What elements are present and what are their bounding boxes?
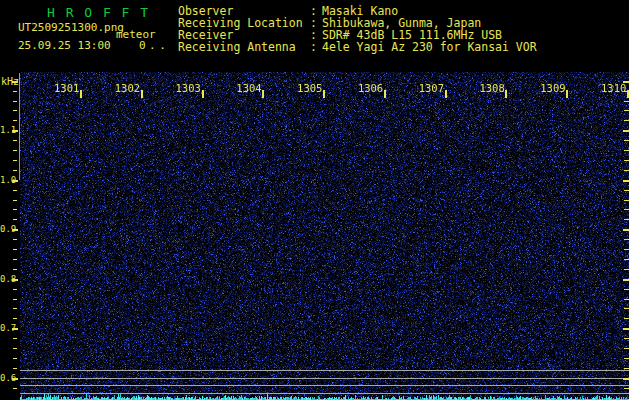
freq-tick-mark-left	[13, 160, 17, 161]
freq-tick-mark-left	[13, 388, 17, 389]
freq-tick-mark-left	[13, 299, 17, 300]
freq-tick-mark-left	[13, 348, 17, 349]
freq-tick-mark-right	[624, 150, 629, 151]
freq-tick-mark-right	[624, 269, 629, 270]
info-value: 4ele Yagi Az 230 for Kansai VOR	[322, 41, 537, 53]
time-tick-label: 1307	[419, 82, 444, 94]
freq-tick-mark-left	[13, 249, 17, 250]
meteor-mode-label: meteor	[116, 28, 156, 41]
time-tick-mark	[202, 90, 204, 98]
freq-tick-mark-left	[13, 209, 17, 210]
freq-tick-mark-right	[624, 289, 629, 290]
freq-tick-mark-right	[624, 368, 629, 369]
freq-tick-mark-right	[624, 338, 629, 339]
freq-tick-mark-left	[13, 140, 17, 141]
freq-tick-mark-left	[13, 170, 17, 171]
freq-tick-mark-right	[624, 219, 629, 220]
freq-tick-mark-right	[623, 378, 629, 380]
freq-tick-mark-right	[624, 140, 629, 141]
freq-tick-mark-left	[13, 190, 17, 191]
time-tick-mark	[262, 90, 264, 98]
time-tick-label: 1303	[176, 82, 201, 94]
freq-tick-mark-left	[13, 308, 17, 309]
info-colon: :	[310, 41, 322, 53]
freq-tick-mark-right	[624, 318, 629, 319]
freq-tick-mark-left	[12, 328, 18, 330]
time-tick-label: 1302	[115, 82, 140, 94]
freq-tick-mark-right	[624, 101, 629, 102]
freq-tick-mark-left	[12, 81, 18, 83]
freq-tick-mark-right	[624, 388, 629, 389]
time-tick-mark	[323, 90, 325, 98]
freq-tick-mark-left	[13, 358, 17, 359]
freq-tick-mark-right	[624, 91, 629, 92]
freq-tick-mark-right	[624, 120, 629, 121]
freq-tick-mark-left	[12, 378, 18, 380]
time-tick-label: 1301	[54, 82, 79, 94]
freq-tick-mark-right	[624, 160, 629, 161]
freq-tick-mark-right	[623, 180, 629, 182]
freq-tick-mark-right	[623, 81, 629, 83]
time-tick-mark	[566, 90, 568, 98]
time-tick-mark	[445, 90, 447, 98]
freq-tick-mark-right	[624, 308, 629, 309]
time-tick-mark	[141, 90, 143, 98]
freq-tick-mark-left	[13, 101, 17, 102]
freq-tick-mark-right	[623, 279, 629, 281]
freq-tick-mark-right	[624, 200, 629, 201]
time-tick-mark	[384, 90, 386, 98]
datetime-label: 25.09.25 13:00	[18, 39, 111, 52]
time-tick-label: 1309	[540, 82, 565, 94]
freq-tick-mark-right	[624, 259, 629, 260]
freq-tick-mark-right	[624, 209, 629, 210]
spectrogram-canvas	[20, 72, 629, 400]
freq-tick-mark-right	[624, 110, 629, 111]
time-tick-label: 1308	[479, 82, 504, 94]
hrofft-window: H R O F F T UT2509251300.png meteor 25.0…	[0, 0, 629, 400]
freq-tick-mark-left	[12, 279, 18, 281]
freq-tick-mark-left	[13, 259, 17, 260]
info-row: Receiving Antenna:4ele Yagi Az 230 for K…	[178, 41, 537, 53]
freq-tick-mark-right	[623, 130, 629, 132]
freq-tick-mark-left	[13, 289, 17, 290]
freq-tick-mark-right	[624, 170, 629, 171]
freq-tick-mark-right	[624, 190, 629, 191]
freq-tick-mark-left	[12, 180, 18, 182]
freq-tick-mark-left	[13, 150, 17, 151]
time-tick-label: 1305	[297, 82, 322, 94]
freq-tick-mark-right	[623, 328, 629, 330]
freq-tick-mark-left	[13, 338, 17, 339]
time-tick-label: 1304	[236, 82, 261, 94]
freq-tick-mark-left	[13, 219, 17, 220]
freq-tick-mark-left	[13, 120, 17, 121]
freq-tick-mark-left	[13, 239, 17, 240]
output-filename: UT2509251300.png	[18, 21, 124, 34]
freq-tick-mark-left	[13, 368, 17, 369]
freq-tick-mark-left	[13, 200, 17, 201]
info-label: Receiving Antenna	[178, 41, 310, 53]
station-info-table: Observer:Masaki KanoReceiving Location:S…	[178, 5, 537, 53]
freq-tick-mark-left	[12, 229, 18, 231]
freq-tick-mark-left	[12, 130, 18, 132]
freq-tick-mark-right	[624, 299, 629, 300]
freq-tick-mark-left	[13, 110, 17, 111]
freq-axis-line	[19, 73, 20, 180]
time-tick-label: 1306	[358, 82, 383, 94]
freq-tick-mark-left	[13, 269, 17, 270]
app-title: H R O F F T	[47, 5, 150, 20]
freq-tick-mark-right	[624, 348, 629, 349]
freq-tick-mark-left	[13, 91, 17, 92]
freq-tick-mark-right	[624, 239, 629, 240]
time-tick-mark	[80, 90, 82, 98]
freq-tick-mark-right	[624, 358, 629, 359]
freq-tick-mark-right	[623, 229, 629, 231]
time-tick-mark	[505, 90, 507, 98]
freq-tick-mark-left	[13, 318, 17, 319]
time-tick-label: 1310	[601, 82, 626, 94]
freq-tick-mark-right	[624, 249, 629, 250]
